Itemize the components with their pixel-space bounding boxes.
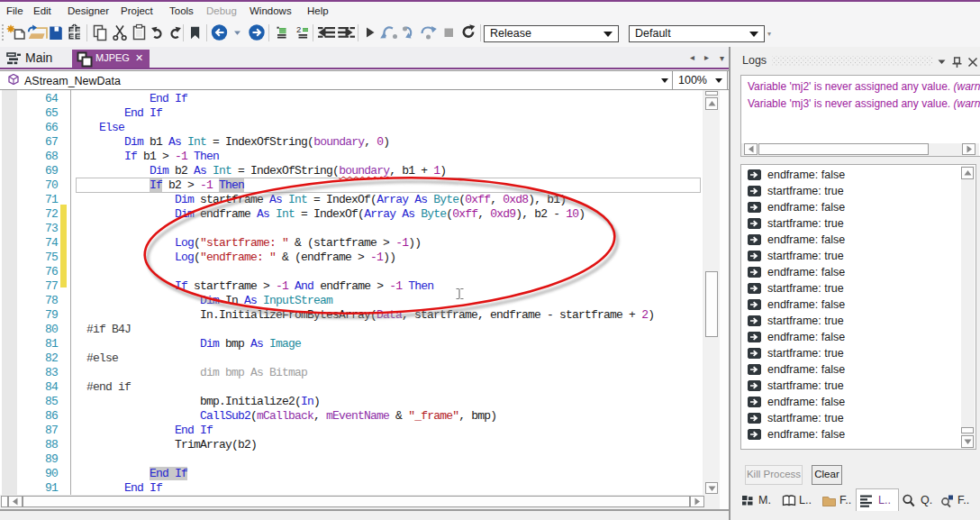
- svg-text:2: 2: [296, 24, 301, 34]
